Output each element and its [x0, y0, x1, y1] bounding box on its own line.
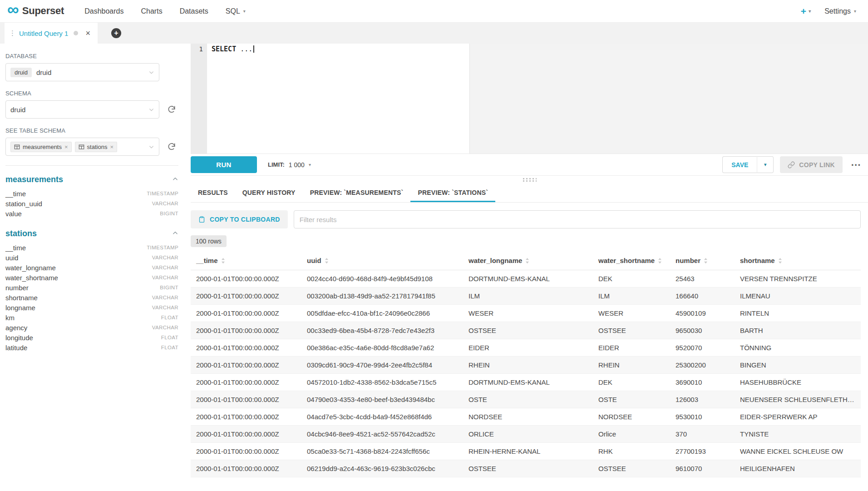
table-row: 2000-01-01T00:00:00.000Z04790e03-4353-4e…	[191, 391, 861, 408]
schema-column-name: longitude	[5, 334, 33, 342]
schema-column-name: longname	[5, 304, 35, 312]
remove-chip-icon[interactable]: ×	[110, 144, 113, 150]
table-row: 2000-01-01T00:00:00.000Z00c33ed9-6bea-45…	[191, 322, 861, 339]
table-cell: OSTSEE	[593, 460, 670, 477]
superset-logo-icon: ∞	[7, 3, 19, 16]
table-row: 2000-01-01T00:00:00.000Z0024cc40-d690-46…	[191, 270, 861, 288]
table-cell: DORTMUND-EMS-KANAL	[463, 270, 593, 288]
tab-preview-stations[interactable]: PREVIEW: `STATIONS`	[410, 184, 495, 202]
copy-to-clipboard-button[interactable]: COPY TO CLIPBOARD	[191, 210, 288, 228]
table-schema-field: SEE TABLE SCHEMA measurements × stations…	[5, 127, 178, 156]
save-options-button[interactable]: ▾	[757, 156, 774, 173]
table-cell: 2000-01-01T00:00:00.000Z	[191, 391, 301, 408]
remove-chip-icon[interactable]: ×	[64, 144, 68, 150]
tab-results[interactable]: RESULTS	[191, 184, 235, 202]
chevron-down-icon: ▾	[854, 9, 856, 14]
chevron-up-icon[interactable]	[172, 230, 178, 238]
column-header-number[interactable]: number	[670, 252, 735, 270]
table-cell: 04572010-1db2-4338-8562-b3dca5e715c5	[301, 374, 463, 391]
table-icon	[14, 144, 20, 150]
filter-results-input[interactable]	[294, 210, 861, 228]
column-header-__time[interactable]: __time	[191, 252, 301, 270]
copy-link-button[interactable]: COPY LINK	[780, 156, 843, 173]
table-cell: OSTSEE	[463, 460, 593, 477]
sort-icon[interactable]	[778, 258, 782, 265]
sort-icon[interactable]	[704, 258, 708, 265]
nav-item-charts[interactable]: Charts	[133, 0, 171, 22]
table-cell: OSTSEE	[463, 322, 593, 339]
sql-editor-pane: 1 SELECT ... RUN LIMIT: 1 000 ▾ SAVE ▾ C…	[187, 44, 868, 491]
schema-column-type: BIGINT	[160, 285, 178, 290]
chevron-down-icon	[148, 144, 154, 150]
table-cell: TÖNNING	[735, 339, 861, 357]
database-select[interactable]: druid druid	[5, 63, 159, 81]
refresh-tables-icon[interactable]	[165, 140, 178, 154]
schema-column-name: water_longname	[5, 264, 56, 272]
table-cell: 00e386ac-e35c-4a6e-80dd-f8cd8a9e7a62	[301, 339, 463, 357]
schema-column-name: number	[5, 284, 29, 292]
schema-table-measurements: measurements__timeTIMESTAMPstation_uuidV…	[5, 175, 178, 218]
add-tab-button[interactable]: +	[111, 28, 121, 38]
query-tabstrip: ⋮ Untitled Query 1 × +	[0, 23, 868, 44]
table-row: 2000-01-01T00:00:00.000Z04acd7e5-3cbc-4c…	[191, 408, 861, 426]
schema-column-row: numberBIGINT	[5, 283, 178, 293]
table-cell: 05ca0e33-5c71-4368-b824-2243fcff656c	[301, 443, 463, 460]
table-schema-select[interactable]: measurements × stations ×	[5, 138, 159, 156]
nav-item-datasets[interactable]: Datasets	[171, 0, 217, 22]
sort-icon[interactable]	[525, 258, 529, 265]
chip-label: measurements	[23, 144, 62, 150]
table-chip-measurements[interactable]: measurements ×	[10, 142, 72, 152]
table-chip-stations[interactable]: stations ×	[75, 142, 117, 152]
editor-toolbar: RUN LIMIT: 1 000 ▾ SAVE ▾ COPY LINK ⋯	[191, 154, 868, 176]
settings-menu[interactable]: Settings▾	[824, 7, 856, 15]
table-cell: NORDSEE	[463, 408, 593, 426]
sort-icon[interactable]	[658, 258, 662, 265]
column-header-shortname[interactable]: shortname	[735, 252, 861, 270]
table-cell: EIDER-SPERRWERK AP	[735, 408, 861, 426]
table-cell: TYNISTE	[735, 426, 861, 443]
new-item-button[interactable]: +▾	[801, 6, 811, 17]
query-tab[interactable]: ⋮ Untitled Query 1 ×	[5, 23, 98, 44]
table-cell: 2000-01-01T00:00:00.000Z	[191, 322, 301, 339]
schema-column-row: latitudeFLOAT	[5, 342, 178, 352]
column-header-uuid[interactable]: uuid	[301, 252, 463, 270]
schema-table-header[interactable]: measurements	[5, 175, 178, 184]
table-cell: RINTELN	[735, 305, 861, 322]
schema-column-name: water_shortname	[5, 274, 58, 282]
table-cell: 27700193	[670, 443, 735, 460]
table-cell: 04790e03-4353-4e80-beef-b3ed439484bc	[301, 391, 463, 408]
schema-column-row: __timeTIMESTAMP	[5, 243, 178, 253]
nav-item-dashboards[interactable]: Dashboards	[76, 0, 132, 22]
nav-item-sql[interactable]: SQL▾	[217, 0, 254, 22]
close-tab-icon[interactable]: ×	[85, 29, 90, 37]
drag-handle-icon[interactable]: ⋮	[9, 29, 16, 37]
table-cell: OSTE	[593, 391, 670, 408]
sort-icon[interactable]	[221, 258, 225, 265]
run-button[interactable]: RUN	[191, 156, 257, 173]
sort-icon[interactable]	[325, 258, 329, 265]
more-options-button[interactable]: ⋯	[851, 160, 861, 170]
save-button[interactable]: SAVE	[722, 156, 757, 173]
tab-query-history[interactable]: QUERY HISTORY	[235, 184, 303, 202]
schema-table-name: measurements	[5, 175, 63, 184]
plus-icon: +	[801, 6, 806, 17]
schema-table-header[interactable]: stations	[5, 229, 178, 238]
table-cell: 3690010	[670, 374, 735, 391]
table-cell: HASEHUBBRÜCKE	[735, 374, 861, 391]
chevron-up-icon[interactable]	[172, 176, 178, 184]
table-row: 2000-01-01T00:00:00.000Z003200ab-d138-49…	[191, 288, 861, 305]
superset-brand[interactable]: ∞ Superset	[7, 5, 64, 18]
table-cell: 2000-01-01T00:00:00.000Z	[191, 374, 301, 391]
editor-code-area[interactable]: SELECT ...	[207, 44, 868, 154]
table-cell: ILMENAU	[735, 288, 861, 305]
column-header-water_shortname[interactable]: water_shortname	[593, 252, 670, 270]
refresh-schema-icon[interactable]	[165, 103, 178, 116]
limit-dropdown[interactable]: LIMIT: 1 000 ▾	[268, 161, 311, 169]
column-header-water_longname[interactable]: water_longname	[463, 252, 593, 270]
resize-grip[interactable]	[522, 178, 537, 182]
sql-code-editor[interactable]: 1 SELECT ...	[191, 44, 868, 154]
results-toolbar: COPY TO CLIPBOARD	[191, 210, 861, 228]
schema-select[interactable]: druid	[5, 100, 159, 119]
tab-preview-measurements[interactable]: PREVIEW: `MEASUREMENTS`	[303, 184, 411, 202]
schema-column-name: km	[5, 314, 15, 322]
